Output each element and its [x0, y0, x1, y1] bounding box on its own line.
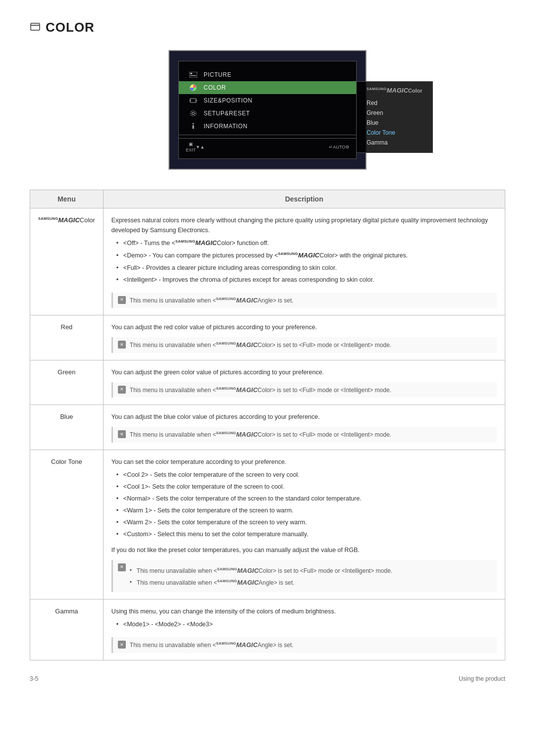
desc-cell-color-tone: You can set the color temperature accord…	[103, 450, 505, 600]
menu-cell-gamma: Gamma	[30, 600, 104, 660]
sizepos-icon	[188, 97, 199, 104]
notice-text: This menu is unavailable when <SAMSUNGMA…	[130, 430, 391, 440]
osd-btn-down: ▼	[196, 145, 200, 150]
table-row: SAMSUNGMAGICColor Expresses natural colo…	[30, 208, 505, 315]
desc-intro: You can set the color temperature accord…	[111, 457, 497, 467]
menu-cell-magic-color: SAMSUNGMAGICColor	[30, 208, 104, 315]
extra-text: If you do not like the preset color temp…	[111, 545, 497, 555]
notice-text: This menu is unavailable when <SAMSUNGMA…	[130, 385, 391, 395]
notice-text: This menu is unavailable when <SAMSUNGMA…	[130, 340, 391, 350]
desc-intro: Expresses natural colors more clearly wi…	[111, 215, 497, 235]
osd-sub-green: Green	[367, 108, 423, 118]
list-item: <Demo> - You can compare the pictures pr…	[116, 250, 497, 262]
osd-btn-up: ▲	[200, 145, 205, 150]
osd-btn-auto: AUTO	[333, 145, 345, 150]
page-title: COLOR	[46, 20, 95, 35]
osd-sub-blue: Blue	[367, 118, 423, 128]
notice-box: ✕ This menu is unavailable when <SAMSUNG…	[111, 293, 497, 308]
osd-sub-red: Red	[367, 98, 423, 108]
list-item: <Cool 1>- Sets the color temperature of …	[116, 481, 497, 493]
notice-icon: ✕	[118, 296, 126, 304]
desc-intro: You can adjust the blue color value of p…	[111, 412, 497, 422]
svg-rect-12	[193, 125, 194, 129]
svg-rect-0	[31, 23, 40, 30]
osd-label-info: INFORMATION	[204, 123, 248, 130]
osd-submenu-color: SAMSUNGMAGICColor Red Green Blue Color T…	[356, 81, 433, 153]
osd-label-color: COLOR	[204, 84, 226, 91]
notice-box: ✕ This menu is unavailable when <SAMSUNG…	[111, 382, 497, 398]
notice-box-multi: ✕ This menu unavailable when <SAMSUNGMAG…	[111, 560, 497, 593]
footer-section: Using the product	[459, 675, 505, 682]
notice-icon: ✕	[118, 430, 126, 438]
osd-btn-settings: ⚙	[345, 145, 349, 150]
notice-box: ✕ This menu is unavailable when <SAMSUNG…	[111, 427, 497, 443]
list-item: <Cool 2> - Sets the color temperature of…	[116, 469, 497, 481]
desc-cell-blue: You can adjust the blue color value of p…	[103, 405, 505, 450]
list-item: This menu unavailable when <SAMSUNGMAGIC…	[130, 565, 392, 577]
svg-point-9	[192, 112, 195, 115]
notice-icon: ✕	[118, 563, 126, 571]
content-table: Menu Description SAMSUNGMAGICColor Expre…	[30, 190, 505, 660]
menu-cell-green: Green	[30, 360, 104, 405]
desc-intro: Using this menu, you can change the inte…	[111, 606, 497, 616]
osd-label-setup: SETUP&RESET	[204, 110, 250, 117]
svg-rect-4	[190, 75, 196, 76]
list-item: <Full> - Provides a clearer picture incl…	[116, 262, 497, 274]
list-item: <Warm 1> - Sets the color temperature of…	[116, 504, 497, 516]
setup-icon	[188, 109, 199, 117]
notice-text: This menu is unavailable when <SAMSUNGMA…	[130, 640, 294, 650]
osd-sub-colortone: Color Tone	[367, 128, 423, 138]
bullet-list: <Cool 2> - Sets the color temperature of…	[111, 467, 497, 542]
desc-cell-green: You can adjust the green color value of …	[103, 360, 505, 405]
notice-icon: ✕	[118, 386, 126, 394]
osd-btn-exit: ▣EXIT	[186, 142, 196, 152]
table-row: Green You can adjust the green color val…	[30, 360, 505, 405]
footer-page-number: 3-5	[30, 675, 38, 682]
page-footer: 3-5 Using the product	[30, 675, 505, 682]
bullet-list: <Off> - Turns the <SAMSUNGMAGICColor> fu…	[111, 235, 497, 288]
desc-cell-red: You can adjust the red color value of pi…	[103, 315, 505, 360]
table-row: Red You can adjust the red color value o…	[30, 315, 505, 360]
osd-label-picture: PICTURE	[204, 71, 231, 78]
col-header-menu: Menu	[30, 190, 104, 208]
svg-rect-2	[189, 72, 197, 78]
osd-submenu-title: SAMSUNGMAGICColor	[367, 87, 423, 94]
menu-cell-red: Red	[30, 315, 104, 360]
desc-cell-magic-color: Expresses natural colors more clearly wi…	[103, 208, 505, 315]
table-row: Color Tone You can set the color tempera…	[30, 450, 505, 600]
notice-icon: ✕	[118, 341, 126, 349]
list-item: <Normal> - Sets the color temperature of…	[116, 493, 497, 504]
notice-text: This menu is unavailable when <SAMSUNGMA…	[130, 296, 294, 305]
desc-cell-gamma: Using this menu, you can change the inte…	[103, 600, 505, 660]
desc-intro: You can adjust the red color value of pi…	[111, 322, 497, 332]
menu-cell-color-tone: Color Tone	[30, 450, 104, 600]
picture-icon	[188, 71, 199, 79]
osd-item-info: INFORMATION	[179, 120, 356, 133]
color-section-icon	[30, 22, 41, 33]
svg-point-10	[191, 111, 196, 116]
osd-item-picture: PICTURE	[179, 68, 356, 81]
table-row: Gamma Using this menu, you can change th…	[30, 600, 505, 660]
osd-item-setup: SETUP&RESET	[179, 107, 356, 120]
osd-btn-enter: ↵	[329, 145, 333, 150]
list-item: <Intelligent> - Improves the chroma of p…	[116, 274, 497, 286]
list-item: <Mode1> - <Mode2> - <Mode3>	[116, 618, 497, 630]
osd-item-color: COLOR SAMSUNGMAGICColor Red Green Blue C…	[179, 81, 356, 94]
svg-rect-1	[31, 25, 40, 26]
osd-bottom-bar: ▣EXIT ▼ ▲ ↵ AUTO ⚙	[179, 138, 356, 153]
table-row: Blue You can adjust the blue color value…	[30, 405, 505, 450]
page-header: COLOR	[30, 20, 505, 35]
osd-container: PICTURE COLOR SAMSUNGMAGICColor Red Gree…	[178, 61, 357, 159]
desc-intro: You can adjust the green color value of …	[111, 367, 497, 377]
list-item: <Off> - Turns the <SAMSUNGMAGICColor> fu…	[116, 237, 497, 250]
color-icon	[188, 84, 199, 92]
osd-menu: PICTURE COLOR SAMSUNGMAGICColor Red Gree…	[178, 61, 357, 159]
col-header-desc: Description	[103, 190, 505, 208]
notice-box: ✕ This menu is unavailable when <SAMSUNG…	[111, 337, 497, 353]
list-item: This menu unavailable when <SAMSUNGMAGIC…	[130, 577, 392, 589]
info-icon	[188, 122, 199, 130]
bullet-list: <Mode1> - <Mode2> - <Mode3>	[111, 616, 497, 632]
sub-notice-list: This menu unavailable when <SAMSUNGMAGIC…	[130, 565, 392, 590]
osd-sub-gamma: Gamma	[367, 138, 423, 148]
svg-point-11	[193, 123, 194, 125]
